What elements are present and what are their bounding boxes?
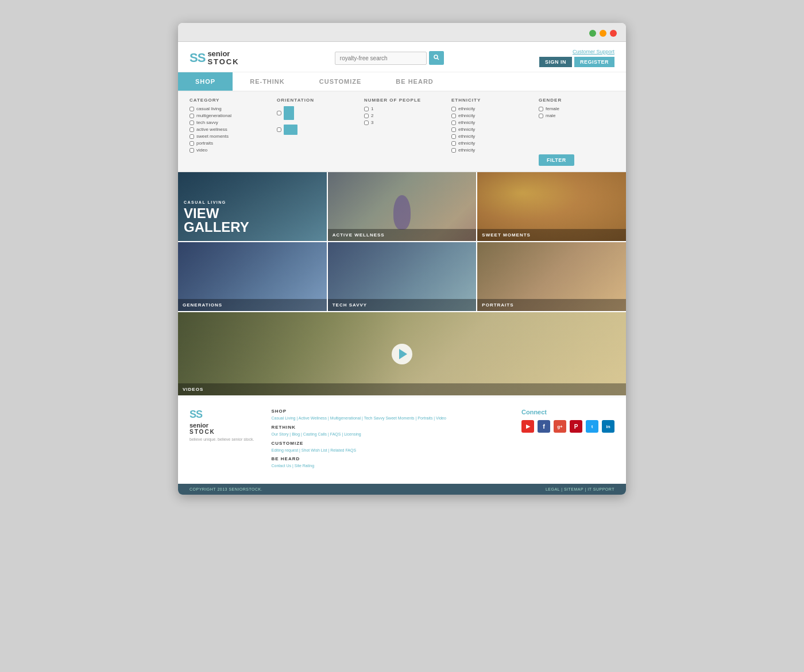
footer-shop-links: Casual Living | Active Wellness | Multig… <box>271 415 504 421</box>
signin-button[interactable]: SIGN IN <box>539 57 572 67</box>
gallery-cell-tech-savvy[interactable]: TECH SAVVY <box>328 242 477 311</box>
footer-beheard-title: BE HEARD <box>271 456 504 461</box>
ethnicity-5-checkbox[interactable] <box>451 134 456 139</box>
ethnicity-2-checkbox[interactable] <box>451 114 456 118</box>
filter-male: male <box>539 113 614 118</box>
casual-living-label: casual living <box>196 106 222 111</box>
play-button[interactable] <box>392 344 412 364</box>
footer-rethink-links: Our Story | Blog | Casting Calls | FAQS … <box>271 432 504 437</box>
close-button[interactable] <box>610 30 617 37</box>
category-title: CATEGORY <box>190 98 265 103</box>
ethnicity-3-label: ethnicity <box>458 120 475 125</box>
gallery-row-3: VIDEOS <box>178 312 626 395</box>
active-wellness-label: ACTIVE WELLNESS <box>328 229 477 241</box>
female-label: female <box>546 106 559 111</box>
casual-living-checkbox[interactable] <box>190 107 194 111</box>
orientation-title: ORIENTATION <box>277 98 353 103</box>
female-checkbox[interactable] <box>539 107 543 111</box>
nav-rethink[interactable]: RE-THINK <box>233 72 302 91</box>
one-person-checkbox[interactable] <box>364 107 369 111</box>
minimize-button[interactable] <box>589 30 596 37</box>
video-label: video <box>196 147 207 153</box>
ethnicity-5: ethnicity <box>451 134 527 139</box>
nav-beheard[interactable]: BE HEARD <box>378 72 450 91</box>
filter-3-people: 3 <box>364 120 440 125</box>
bottom-bar-links: LEGAL | SITEMAP | IT SUPPORT <box>546 487 614 491</box>
multigenerational-checkbox[interactable] <box>190 114 194 118</box>
filter-female: female <box>539 106 614 111</box>
youtube-icon[interactable]: ▶ <box>521 420 534 433</box>
customer-support-link[interactable]: Customer Support <box>573 49 614 55</box>
gallery-cell-portraits[interactable]: PORTRAITS <box>477 242 626 311</box>
gallery-row-2: GENERATIONS TECH SAVVY PORTRAITS <box>178 242 626 311</box>
register-button[interactable]: REGISTER <box>574 57 614 67</box>
gallery-cell-sweet-moments[interactable]: SWEET MOMENTS <box>477 172 626 241</box>
male-label: male <box>546 113 555 118</box>
ethnicity-4: ethnicity <box>451 127 527 132</box>
search-input[interactable] <box>335 52 427 65</box>
orientation-filter: ORIENTATION <box>277 98 353 135</box>
site-wrapper: SS senior STOCK Customer Support <box>178 42 626 495</box>
ethnicity-6-label: ethnicity <box>458 141 475 146</box>
portrait-icon <box>284 106 294 120</box>
twitter-icon[interactable]: t <box>586 420 598 433</box>
gallery-cell-casual-living[interactable]: CASUAL LIVING VIEWGALLERY <box>178 172 327 241</box>
landscape-orientation <box>277 125 353 135</box>
play-triangle-icon <box>399 349 407 359</box>
video-checkbox[interactable] <box>190 148 194 153</box>
view-gallery-overlay: CASUAL LIVING VIEWGALLERY <box>184 200 249 234</box>
ethnicity-4-checkbox[interactable] <box>451 127 456 132</box>
nav-shop[interactable]: SHOP <box>178 72 233 91</box>
ethnicity-5-label: ethnicity <box>458 134 475 139</box>
multigenerational-label: multigenerational <box>196 113 231 118</box>
one-person-label: 1 <box>371 106 373 111</box>
ethnicity-7-checkbox[interactable] <box>451 148 456 153</box>
two-people-label: 2 <box>371 113 373 118</box>
footer-social-title: Connect <box>521 409 614 415</box>
ethnicity-6-checkbox[interactable] <box>451 141 456 146</box>
nav-customize[interactable]: CUSTOMIZE <box>302 72 379 91</box>
filter-video: video <box>190 147 265 153</box>
gallery-cell-videos[interactable]: VIDEOS <box>178 312 626 395</box>
footer-rethink-title: RETHINK <box>271 425 504 430</box>
tech-savvy-checkbox[interactable] <box>190 121 194 125</box>
sweet-moments-checkbox[interactable] <box>190 134 194 139</box>
linkedin-icon[interactable]: in <box>602 420 614 433</box>
portrait-checkbox[interactable] <box>277 111 281 115</box>
filter-bar: CATEGORY casual living multigenerational… <box>178 92 626 172</box>
portraits-checkbox[interactable] <box>190 141 194 146</box>
legal-links: LEGAL | SITEMAP | IT SUPPORT <box>546 487 614 491</box>
ethnicity-3: ethnicity <box>451 120 527 125</box>
gender-title: GENDER <box>539 98 614 103</box>
tech-savvy-label: tech savvy <box>196 120 218 125</box>
footer-shop-title: SHOP <box>271 409 504 414</box>
ethnicity-3-checkbox[interactable] <box>451 121 456 125</box>
googleplus-icon[interactable]: g+ <box>554 420 566 433</box>
active-wellness-label: active wellness <box>196 127 227 132</box>
svg-line-1 <box>437 59 439 60</box>
search-button[interactable] <box>429 51 444 65</box>
ethnicity-1-checkbox[interactable] <box>451 107 456 111</box>
footer-logo-icon: SS <box>190 409 254 421</box>
two-people-checkbox[interactable] <box>364 114 369 118</box>
filter-tech-savvy: tech savvy <box>190 120 265 125</box>
pinterest-icon[interactable]: P <box>570 420 582 433</box>
gallery-cell-active-wellness[interactable]: ACTIVE WELLNESS <box>328 172 477 241</box>
filter-button[interactable]: FILTER <box>539 154 574 166</box>
maximize-button[interactable] <box>600 30 606 37</box>
male-checkbox[interactable] <box>539 114 543 118</box>
logo-area[interactable]: SS senior STOCK <box>190 50 239 67</box>
videos-label: VIDEOS <box>178 383 626 395</box>
portrait-orientation <box>277 106 353 120</box>
three-people-checkbox[interactable] <box>364 121 369 125</box>
ethnicity-4-label: ethnicity <box>458 127 475 132</box>
category-filter: CATEGORY casual living multigenerational… <box>190 98 265 154</box>
site-footer: SS senior STOCK believe unique. believe … <box>178 397 626 484</box>
active-wellness-checkbox[interactable] <box>190 127 194 132</box>
facebook-icon[interactable]: f <box>538 420 550 433</box>
footer-beheard-links: Contact Us | Site Rating <box>271 463 504 469</box>
gallery-cell-generations[interactable]: GENERATIONS <box>178 242 327 311</box>
browser-chrome <box>178 23 626 42</box>
landscape-checkbox[interactable] <box>277 127 281 132</box>
footer-customize-title: CUSTOMIZE <box>271 441 504 446</box>
